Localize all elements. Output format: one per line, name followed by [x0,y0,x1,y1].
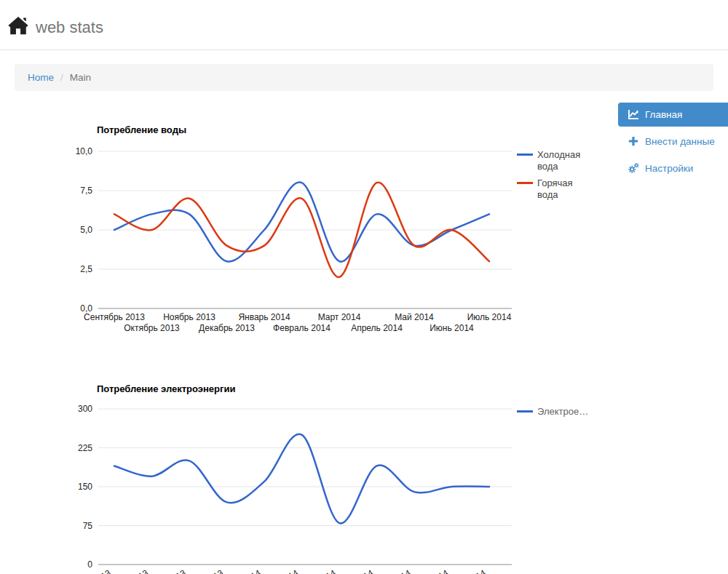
sidebar-item-label: Главная [645,109,682,120]
hot-water-label: Горячая вода [537,178,590,201]
electricity-chart-legend: Электрое… [517,406,588,423]
plus-icon [628,136,639,147]
breadcrumb-item-home[interactable]: Home [28,72,54,83]
sidebar-item-label: Настройки [645,163,693,174]
sidebar-nav: Главная Внести данные [618,103,728,183]
x-axis-tick-label: Июнь 2014 [407,567,451,574]
x-axis-tick-label: Июль 2014 [467,312,512,322]
electricity-chart-plot: 075150225300Сентябрь 2013Октябрь 2013Ноя… [69,396,622,574]
hot-water-swatch [517,182,533,184]
x-axis-tick-label: Март 2014 [296,567,338,574]
y-axis-tick-label: 225 [78,443,92,453]
x-axis-tick-label: Май 2014 [373,567,413,574]
y-axis-tick-label: 10,0 [76,146,93,156]
electricity-swatch [517,410,533,412]
x-axis-tick-label: Декабрь 2013 [199,323,255,333]
y-axis-tick-label: 75 [83,521,93,531]
y-axis-tick-label: 300 [78,404,92,414]
water-chart-title: Потребление воды [97,124,186,135]
page: web stats Home / Main Потребление воды 0… [0,0,728,574]
brand-title: web stats [36,18,103,37]
sidebar-item-settings[interactable]: Настройки [618,156,728,180]
line-chart-icon [628,109,639,120]
x-axis-tick-label: Ноябрь 2013 [163,312,215,322]
water-chart-legend: Холодная вода Горячая вода [517,149,590,206]
y-axis-tick-label: 0 [87,559,92,570]
y-axis-tick-label: 5,0 [80,225,92,235]
x-axis-tick-label: Апрель 2014 [351,323,403,333]
legend-item: Холодная вода [517,149,590,172]
electricity-chart-title: Потребление электроэнергии [97,383,235,394]
y-axis-tick-label: 2,5 [80,264,92,274]
x-axis-tick-label: Октябрь 2013 [124,323,180,333]
sidebar-item-main[interactable]: Главная [618,103,728,127]
series-line [114,183,489,262]
sidebar-item-label: Внести данные [645,136,715,147]
x-axis-tick-label: Февраль 2014 [273,323,331,333]
y-axis-tick-label: 7,5 [80,186,92,196]
y-axis-tick-label: 150 [78,482,92,492]
x-axis-tick-label: Январь 2014 [238,312,290,322]
breadcrumb-item-main: Main [70,72,91,83]
brand-link[interactable]: web stats [7,16,103,39]
x-axis-tick-label: Март 2014 [318,312,361,322]
x-axis-tick-label: Май 2014 [395,312,434,322]
legend-item: Электрое… [517,406,588,418]
cold-water-swatch [517,154,533,156]
cold-water-label: Холодная вода [537,149,590,172]
sidebar-item-add-data[interactable]: Внести данные [618,129,728,154]
gears-icon [628,163,639,174]
home-icon [7,16,29,39]
breadcrumb-separator: / [60,72,63,83]
x-axis-tick-label: Сентябрь 2013 [84,312,145,322]
electricity-label: Электрое… [537,406,588,418]
legend-item: Горячая вода [517,178,590,201]
x-axis-tick-label: Июль 2014 [444,567,488,574]
navbar: web stats [0,0,728,50]
x-axis-tick-label: Июнь 2014 [430,323,474,333]
breadcrumb: Home / Main [15,64,713,91]
